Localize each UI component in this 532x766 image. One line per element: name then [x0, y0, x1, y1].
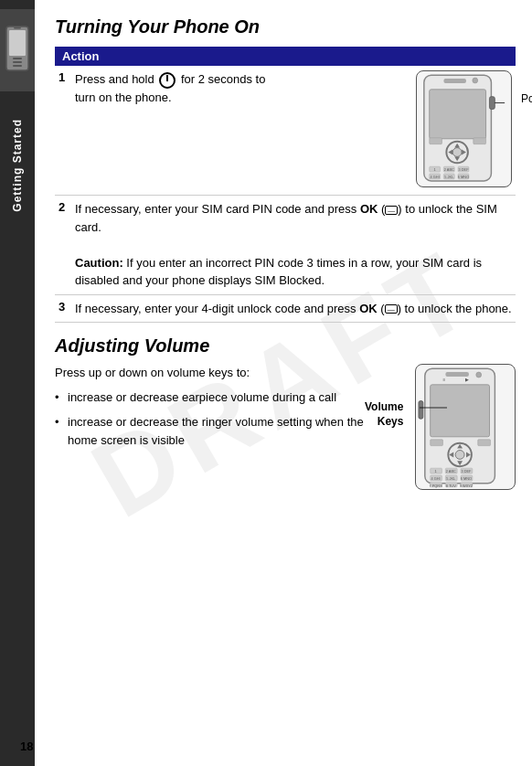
- volume-text: Press up or down on volume keys to: incr…: [55, 364, 374, 490]
- svg-rect-29: [489, 97, 495, 110]
- phone-drawing-2: 1 2 ABC 3 DEF 4 GHI 5 JKL 6 MNO 7 PQRS 8…: [415, 364, 516, 490]
- svg-rect-3: [13, 61, 22, 63]
- svg-point-37: [455, 451, 464, 460]
- svg-text:▶: ▶: [465, 378, 469, 382]
- svg-text:3 DEF: 3 DEF: [458, 167, 469, 172]
- volume-bullet-list: increase or decrease earpiece volume dur…: [55, 388, 374, 450]
- step-content-1: Press and hold for 2 seconds toturn on t…: [71, 66, 365, 196]
- svg-text:4 GHI: 4 GHI: [431, 476, 440, 481]
- svg-text:4 GHI: 4 GHI: [431, 175, 440, 179]
- list-item: increase or decrease earpiece volume dur…: [55, 388, 374, 407]
- svg-rect-28: [473, 138, 486, 144]
- sidebar-icon-area: [0, 9, 35, 91]
- page-number: 18: [20, 739, 33, 753]
- svg-point-9: [452, 148, 462, 157]
- svg-rect-43: [478, 440, 491, 446]
- svg-rect-62: [419, 401, 423, 420]
- svg-rect-42: [431, 440, 443, 446]
- svg-text:6 MNO: 6 MNO: [461, 476, 472, 481]
- svg-rect-1: [9, 30, 26, 56]
- step-content-2: If necessary, enter your SIM card PIN co…: [71, 196, 516, 295]
- svg-text:1: 1: [434, 167, 436, 172]
- volume-keys-label: VolumeKeys: [365, 400, 403, 429]
- page-title-1: Turning Your Phone On: [55, 16, 516, 37]
- phone-drawing-1: 1 2 ABC 3 DEF 4 GHI 5 JKL 6 MNO: [416, 70, 512, 187]
- table-row: 2 If necessary, enter your SIM card PIN …: [55, 196, 516, 295]
- volume-intro: Press up or down on volume keys to:: [55, 364, 374, 383]
- sidebar-label: Getting Started: [11, 119, 24, 212]
- list-item: increase or decrease the ringer volume s…: [55, 413, 374, 449]
- svg-rect-2: [13, 58, 22, 59]
- svg-text:≡: ≡: [442, 378, 445, 382]
- svg-text:3 DEF: 3 DEF: [461, 469, 472, 473]
- step-number-1: 1: [55, 66, 71, 196]
- power-key-label: Power Key: [521, 92, 532, 105]
- svg-text:2 ABC: 2 ABC: [446, 469, 456, 473]
- svg-text:5 JKL: 5 JKL: [446, 476, 456, 481]
- svg-text:1: 1: [435, 469, 437, 473]
- svg-text:5 JKL: 5 JKL: [444, 175, 454, 179]
- svg-point-64: [476, 372, 482, 378]
- step-number-3: 3: [55, 294, 71, 323]
- volume-key-line: [420, 407, 447, 409]
- svg-text:6 MNO: 6 MNO: [458, 175, 469, 179]
- sidebar: Getting Started: [0, 0, 35, 766]
- action-header: Action: [55, 47, 516, 66]
- svg-text:8 TUV: 8 TUV: [446, 484, 456, 488]
- action-table: Action 1 Press and hold for 2 seconds to…: [55, 47, 516, 323]
- svg-rect-4: [13, 65, 22, 67]
- volume-image-area: VolumeKeys: [374, 364, 516, 490]
- svg-text:9 WXYZ: 9 WXYZ: [460, 484, 473, 488]
- svg-text:2 ABC: 2 ABC: [444, 167, 454, 172]
- table-row: 3 If necessary, enter your 4-digit unloc…: [55, 294, 516, 323]
- step-number-2: 2: [55, 196, 71, 295]
- step-content-3: If necessary, enter your 4-digit unlock …: [71, 294, 516, 323]
- svg-rect-63: [445, 372, 469, 377]
- svg-rect-31: [443, 79, 466, 83]
- svg-rect-27: [430, 138, 442, 144]
- table-row: 1 Press and hold for 2 seconds toturn on…: [55, 66, 516, 196]
- step-1-image-area: 1 2 ABC 3 DEF 4 GHI 5 JKL 6 MNO: [365, 66, 516, 196]
- svg-rect-5: [14, 27, 21, 29]
- svg-rect-7: [430, 90, 486, 139]
- svg-point-32: [473, 78, 478, 83]
- volume-section: Press up or down on volume keys to: incr…: [55, 364, 516, 490]
- page-title-2: Adjusting Volume: [55, 335, 516, 356]
- phone-icon: [5, 26, 30, 76]
- svg-rect-35: [431, 385, 490, 437]
- svg-text:7 PQRS: 7 PQRS: [429, 484, 442, 488]
